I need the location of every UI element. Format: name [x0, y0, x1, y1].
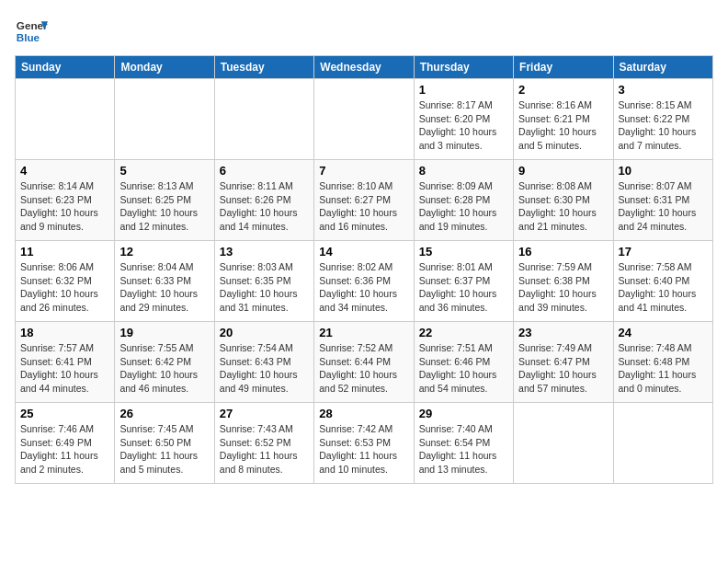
calendar-day-cell: 7Sunrise: 8:10 AM Sunset: 6:27 PM Daylig… [314, 160, 414, 241]
day-number: 2 [518, 83, 608, 97]
calendar-day-cell: 13Sunrise: 8:03 AM Sunset: 6:35 PM Dayli… [214, 241, 313, 322]
calendar-day-cell [314, 79, 414, 160]
calendar-week-row: 1Sunrise: 8:17 AM Sunset: 6:20 PM Daylig… [16, 79, 713, 160]
day-info: Sunrise: 8:04 AM Sunset: 6:33 PM Dayligh… [119, 260, 209, 315]
day-number: 22 [419, 326, 508, 339]
day-number: 4 [20, 164, 109, 178]
calendar-day-cell: 25Sunrise: 7:46 AM Sunset: 6:49 PM Dayli… [16, 403, 115, 484]
weekday-header-cell: Sunday [16, 56, 115, 79]
header: General Blue [15, 15, 713, 48]
calendar-day-cell: 29Sunrise: 7:40 AM Sunset: 6:54 PM Dayli… [414, 403, 513, 484]
calendar-day-cell: 15Sunrise: 8:01 AM Sunset: 6:37 PM Dayli… [414, 241, 513, 322]
weekday-header-cell: Tuesday [214, 56, 313, 79]
day-info: Sunrise: 8:17 AM Sunset: 6:20 PM Dayligh… [419, 98, 508, 153]
day-info: Sunrise: 8:11 AM Sunset: 6:26 PM Dayligh… [220, 179, 309, 234]
day-number: 12 [119, 245, 209, 259]
day-number: 13 [220, 245, 309, 259]
day-number: 21 [319, 326, 408, 339]
day-info: Sunrise: 8:03 AM Sunset: 6:35 PM Dayligh… [220, 260, 309, 315]
logo-icon: General Blue [15, 15, 48, 48]
day-number: 27 [220, 407, 309, 420]
calendar-day-cell: 18Sunrise: 7:57 AM Sunset: 6:41 PM Dayli… [16, 322, 115, 403]
calendar-day-cell: 26Sunrise: 7:45 AM Sunset: 6:50 PM Dayli… [115, 403, 214, 484]
calendar-day-cell [16, 79, 115, 160]
calendar-day-cell: 9Sunrise: 8:08 AM Sunset: 6:30 PM Daylig… [514, 160, 613, 241]
day-info: Sunrise: 7:55 AM Sunset: 6:42 PM Dayligh… [119, 341, 209, 396]
day-info: Sunrise: 8:02 AM Sunset: 6:36 PM Dayligh… [319, 260, 408, 315]
day-number: 15 [419, 245, 508, 259]
day-info: Sunrise: 8:06 AM Sunset: 6:32 PM Dayligh… [20, 260, 109, 315]
calendar-day-cell: 23Sunrise: 7:49 AM Sunset: 6:47 PM Dayli… [514, 322, 613, 403]
day-number: 9 [518, 164, 608, 178]
weekday-header-cell: Thursday [414, 56, 513, 79]
day-number: 17 [619, 245, 708, 259]
calendar-day-cell: 22Sunrise: 7:51 AM Sunset: 6:46 PM Dayli… [414, 322, 513, 403]
day-info: Sunrise: 7:46 AM Sunset: 6:49 PM Dayligh… [20, 422, 109, 477]
calendar-day-cell: 16Sunrise: 7:59 AM Sunset: 6:38 PM Dayli… [514, 241, 613, 322]
calendar-day-cell: 19Sunrise: 7:55 AM Sunset: 6:42 PM Dayli… [115, 322, 214, 403]
day-number: 11 [20, 245, 109, 259]
day-info: Sunrise: 8:07 AM Sunset: 6:31 PM Dayligh… [619, 179, 708, 234]
calendar-day-cell [514, 403, 613, 484]
day-number: 5 [119, 164, 209, 178]
calendar-table: SundayMondayTuesdayWednesdayThursdayFrid… [15, 55, 713, 484]
day-number: 1 [419, 83, 508, 97]
day-number: 28 [319, 407, 408, 420]
day-number: 6 [220, 164, 309, 178]
weekday-header-cell: Monday [115, 56, 214, 79]
day-number: 26 [119, 407, 209, 420]
day-info: Sunrise: 7:45 AM Sunset: 6:50 PM Dayligh… [119, 422, 209, 477]
day-number: 20 [220, 326, 309, 339]
day-info: Sunrise: 8:01 AM Sunset: 6:37 PM Dayligh… [419, 260, 508, 315]
calendar-day-cell: 10Sunrise: 8:07 AM Sunset: 6:31 PM Dayli… [613, 160, 712, 241]
day-info: Sunrise: 7:54 AM Sunset: 6:43 PM Dayligh… [220, 341, 309, 396]
svg-text:Blue: Blue [17, 31, 40, 43]
day-info: Sunrise: 8:16 AM Sunset: 6:21 PM Dayligh… [518, 98, 608, 153]
day-info: Sunrise: 8:15 AM Sunset: 6:22 PM Dayligh… [619, 98, 708, 153]
day-info: Sunrise: 8:13 AM Sunset: 6:25 PM Dayligh… [119, 179, 209, 234]
day-info: Sunrise: 7:43 AM Sunset: 6:52 PM Dayligh… [220, 422, 309, 477]
calendar-week-row: 18Sunrise: 7:57 AM Sunset: 6:41 PM Dayli… [16, 322, 713, 403]
calendar-week-row: 11Sunrise: 8:06 AM Sunset: 6:32 PM Dayli… [16, 241, 713, 322]
calendar-day-cell: 1Sunrise: 8:17 AM Sunset: 6:20 PM Daylig… [414, 79, 513, 160]
calendar-day-cell: 4Sunrise: 8:14 AM Sunset: 6:23 PM Daylig… [16, 160, 115, 241]
day-number: 7 [319, 164, 408, 178]
day-number: 3 [619, 83, 708, 97]
calendar-day-cell: 5Sunrise: 8:13 AM Sunset: 6:25 PM Daylig… [115, 160, 214, 241]
day-info: Sunrise: 7:42 AM Sunset: 6:53 PM Dayligh… [319, 422, 408, 477]
calendar-day-cell: 28Sunrise: 7:42 AM Sunset: 6:53 PM Dayli… [314, 403, 414, 484]
calendar-day-cell: 27Sunrise: 7:43 AM Sunset: 6:52 PM Dayli… [214, 403, 313, 484]
calendar-body: 1Sunrise: 8:17 AM Sunset: 6:20 PM Daylig… [16, 79, 713, 484]
weekday-header-row: SundayMondayTuesdayWednesdayThursdayFrid… [16, 56, 713, 79]
calendar-day-cell: 21Sunrise: 7:52 AM Sunset: 6:44 PM Dayli… [314, 322, 414, 403]
day-number: 29 [419, 407, 508, 420]
day-info: Sunrise: 7:48 AM Sunset: 6:48 PM Dayligh… [619, 341, 708, 396]
calendar-day-cell: 14Sunrise: 8:02 AM Sunset: 6:36 PM Dayli… [314, 241, 414, 322]
day-number: 18 [20, 326, 109, 339]
calendar-day-cell: 17Sunrise: 7:58 AM Sunset: 6:40 PM Dayli… [613, 241, 712, 322]
calendar-week-row: 4Sunrise: 8:14 AM Sunset: 6:23 PM Daylig… [16, 160, 713, 241]
day-info: Sunrise: 7:40 AM Sunset: 6:54 PM Dayligh… [419, 422, 508, 477]
calendar-day-cell: 11Sunrise: 8:06 AM Sunset: 6:32 PM Dayli… [16, 241, 115, 322]
calendar-week-row: 25Sunrise: 7:46 AM Sunset: 6:49 PM Dayli… [16, 403, 713, 484]
day-number: 16 [518, 245, 608, 259]
day-info: Sunrise: 7:58 AM Sunset: 6:40 PM Dayligh… [619, 260, 708, 315]
logo: General Blue [15, 15, 48, 48]
calendar-day-cell [115, 79, 214, 160]
calendar-day-cell [214, 79, 313, 160]
day-number: 8 [419, 164, 508, 178]
calendar-day-cell: 2Sunrise: 8:16 AM Sunset: 6:21 PM Daylig… [514, 79, 613, 160]
calendar-day-cell: 20Sunrise: 7:54 AM Sunset: 6:43 PM Dayli… [214, 322, 313, 403]
day-number: 14 [319, 245, 408, 259]
day-info: Sunrise: 7:51 AM Sunset: 6:46 PM Dayligh… [419, 341, 508, 396]
day-info: Sunrise: 7:52 AM Sunset: 6:44 PM Dayligh… [319, 341, 408, 396]
calendar-day-cell: 8Sunrise: 8:09 AM Sunset: 6:28 PM Daylig… [414, 160, 513, 241]
day-number: 23 [518, 326, 608, 339]
calendar-day-cell: 6Sunrise: 8:11 AM Sunset: 6:26 PM Daylig… [214, 160, 313, 241]
day-info: Sunrise: 7:59 AM Sunset: 6:38 PM Dayligh… [518, 260, 608, 315]
day-info: Sunrise: 8:14 AM Sunset: 6:23 PM Dayligh… [20, 179, 109, 234]
day-number: 10 [619, 164, 708, 178]
calendar-day-cell: 24Sunrise: 7:48 AM Sunset: 6:48 PM Dayli… [613, 322, 712, 403]
day-info: Sunrise: 8:10 AM Sunset: 6:27 PM Dayligh… [319, 179, 408, 234]
day-info: Sunrise: 8:09 AM Sunset: 6:28 PM Dayligh… [419, 179, 508, 234]
